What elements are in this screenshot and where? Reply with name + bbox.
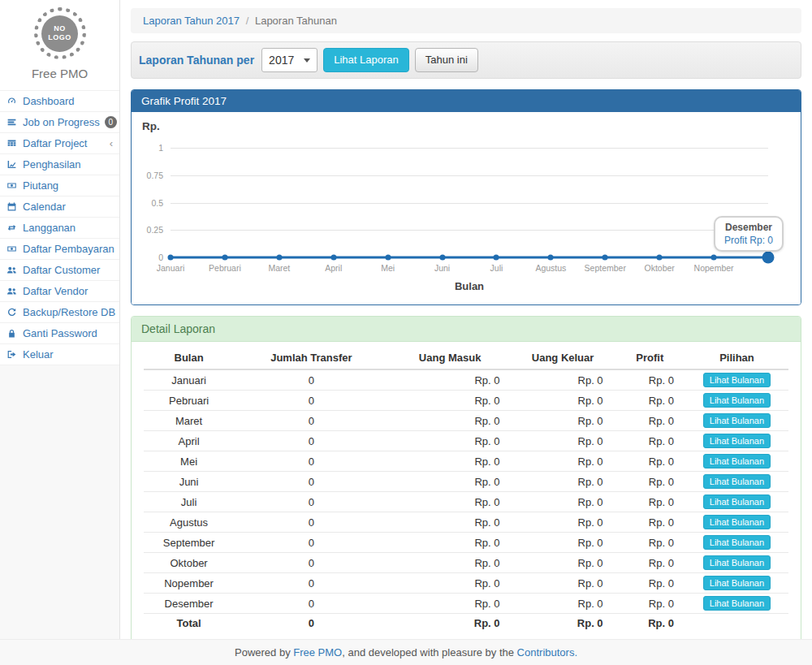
data-point-desember[interactable] [762, 252, 775, 264]
cell-jumlah-transfer: 0 [234, 411, 389, 431]
cell-uang-keluar: Rp. 0 [512, 553, 615, 573]
sidebar-item-job-on-progress[interactable]: Job on Progress0 [0, 112, 119, 133]
report-filter-bar: Laporan Tahunan per 2017 Lihat Laporan T… [131, 41, 801, 79]
data-point-nopember[interactable] [711, 255, 717, 261]
data-point-juli[interactable] [494, 255, 499, 261]
table-row-januari: Januari0Rp. 0Rp. 0Rp. 0Lihat Bulanan [144, 369, 788, 391]
cell-jumlah-transfer: 0 [234, 492, 389, 512]
sidebar-item-ganti-password[interactable]: Ganti Password [0, 323, 119, 344]
gridline [171, 203, 768, 204]
table-row-juli: Juli0Rp. 0Rp. 0Rp. 0Lihat Bulanan [144, 492, 788, 512]
sidebar-item-keluar[interactable]: Keluar [0, 344, 119, 365]
lock-icon [6, 328, 18, 339]
data-point-september[interactable] [603, 255, 608, 261]
profit-chart-panel: Grafik Profit 2017 Rp. 10.750.50.250Janu… [131, 89, 801, 305]
refresh-icon [6, 307, 18, 318]
column-header-bulan: Bulan [144, 347, 234, 369]
breadcrumb-link-laporan-tahun[interactable]: Laporan Tahun 2017 [143, 15, 240, 27]
gridline [171, 175, 768, 176]
sidebar-item-daftar-project[interactable]: Daftar Project‹ [0, 133, 119, 154]
sidebar-item-daftar-customer[interactable]: Daftar Customer [0, 260, 119, 281]
table-row-maret: Maret0Rp. 0Rp. 0Rp. 0Lihat Bulanan [144, 411, 788, 431]
cell-pilihan: Lihat Bulanan [685, 512, 788, 533]
cell-bulan: Agustus [144, 512, 234, 533]
data-point-mei[interactable] [385, 255, 391, 261]
data-point-pebruari[interactable] [222, 255, 227, 261]
sidebar-item-penghasilan[interactable]: Penghasilan [0, 154, 119, 175]
data-point-januari[interactable] [168, 255, 174, 261]
sidebar-item-langganan[interactable]: Langganan [0, 218, 119, 239]
lihat-bulanan-button[interactable]: Lihat Bulanan [703, 373, 771, 387]
breadcrumb-separator: / [246, 15, 249, 27]
lihat-bulanan-button[interactable]: Lihat Bulanan [703, 434, 771, 448]
sidebar-top: NO LOGO Free PMO DashboardJob on Progres… [0, 0, 119, 365]
lihat-bulanan-button[interactable]: Lihat Bulanan [703, 535, 771, 550]
x-axis-title: Bulan [171, 280, 768, 292]
lihat-bulanan-button[interactable]: Lihat Bulanan [703, 515, 771, 529]
this-year-button[interactable]: Tahun ini [415, 48, 478, 72]
sidebar-item-label: Calendar [23, 201, 66, 213]
x-axis-tick: Juni [434, 263, 450, 273]
sidebar-item-dashboard[interactable]: Dashboard [0, 90, 119, 112]
y-axis-title: Rp. [142, 120, 160, 132]
cell-jumlah-transfer: 0 [234, 533, 389, 553]
data-point-oktober[interactable] [657, 255, 663, 261]
line-chart-icon [6, 159, 18, 171]
detail-panel-title: Detail Laporan [132, 317, 801, 342]
cell-bulan: Desember [144, 594, 234, 614]
footer: Powered by Free PMO, and developed with … [0, 639, 812, 665]
x-axis-tick: Nopember [694, 263, 734, 273]
cell-uang-masuk: Rp. 0 [389, 492, 512, 512]
cell-uang-masuk: Rp. 0 [389, 391, 512, 411]
cell-uang-keluar: Rp. 0 [512, 451, 615, 472]
data-point-agustus[interactable] [548, 255, 554, 261]
profit-chart-plot: 10.750.50.250JanuariPebruariMaretAprilMe… [171, 148, 768, 257]
table-row-nopember: Nopember0Rp. 0Rp. 0Rp. 0Lihat Bulanan [144, 573, 788, 594]
data-point-april[interactable] [330, 255, 336, 261]
cell-pilihan: Lihat Bulanan [685, 391, 788, 411]
lihat-bulanan-button[interactable]: Lihat Bulanan [703, 576, 771, 590]
sidebar-item-calendar[interactable]: Calendar [0, 196, 119, 218]
detail-report-panel: Detail Laporan BulanJumlah TransferUang … [131, 316, 801, 652]
lihat-bulanan-button[interactable]: Lihat Bulanan [703, 494, 771, 509]
data-point-juni[interactable] [439, 255, 445, 261]
footer-contributors-link[interactable]: Contributors. [517, 646, 577, 659]
sidebar-item-daftar-vendor[interactable]: Daftar Vendor [0, 281, 119, 302]
lihat-bulanan-button[interactable]: Lihat Bulanan [703, 555, 771, 570]
cell-bulan: Juni [144, 472, 234, 492]
sidebar-item-backup-restore-db[interactable]: Backup/Restore DB [0, 302, 119, 323]
view-report-button[interactable]: Lihat Laporan [323, 48, 409, 72]
gridline [171, 230, 768, 231]
sidebar-item-label: Penghasilan [23, 158, 81, 171]
lihat-bulanan-button[interactable]: Lihat Bulanan [703, 596, 771, 611]
sidebar-item-daftar-pembayaran[interactable]: Daftar Pembayaran [0, 239, 119, 260]
cell-profit: Rp. 0 [615, 411, 685, 431]
lihat-bulanan-button[interactable]: Lihat Bulanan [703, 393, 771, 408]
table-row-mei: Mei0Rp. 0Rp. 0Rp. 0Lihat Bulanan [144, 451, 788, 472]
tooltip-value: Profit Rp: 0 [724, 235, 773, 246]
chart-panel-title: Grafik Profit 2017 [132, 90, 801, 112]
sidebar-item-label: Job on Progress [23, 116, 100, 128]
total-row: Total0Rp. 0Rp. 0Rp. 0 [144, 614, 788, 633]
cell-bulan: Januari [144, 369, 234, 391]
lihat-bulanan-button[interactable]: Lihat Bulanan [703, 454, 771, 469]
table-row-pebruari: Pebruari0Rp. 0Rp. 0Rp. 0Lihat Bulanan [144, 391, 788, 411]
x-axis-tick: Januari [157, 263, 184, 273]
lihat-bulanan-button[interactable]: Lihat Bulanan [703, 474, 771, 489]
cell-pilihan: Lihat Bulanan [685, 492, 788, 512]
data-point-maret[interactable] [276, 255, 282, 261]
breadcrumb-current: Laporan Tahunan [255, 15, 337, 27]
cell-uang-masuk: Rp. 0 [389, 451, 512, 472]
cell-uang-masuk: Rp. 0 [389, 533, 512, 553]
cell-profit: Rp. 0 [615, 512, 685, 533]
footer-brand-link[interactable]: Free PMO [293, 646, 342, 659]
cell-bulan: Oktober [144, 553, 234, 573]
sidebar-item-piutang[interactable]: Piutang [0, 175, 119, 196]
report-table-body: Januari0Rp. 0Rp. 0Rp. 0Lihat BulananPebr… [144, 369, 788, 633]
total-cell-uang-masuk: Rp. 0 [389, 614, 512, 633]
app-layout: NO LOGO Free PMO DashboardJob on Progres… [0, 0, 812, 639]
year-select[interactable]: 2017 [261, 48, 317, 72]
lihat-bulanan-button[interactable]: Lihat Bulanan [703, 413, 771, 428]
cell-bulan: Maret [144, 411, 234, 431]
table-row-desember: Desember0Rp. 0Rp. 0Rp. 0Lihat Bulanan [144, 594, 788, 614]
